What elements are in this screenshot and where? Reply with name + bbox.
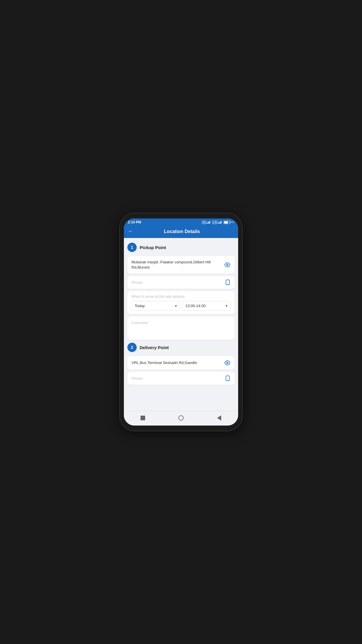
pickup-section-label: Pickup Point	[140, 245, 166, 250]
back-button[interactable]: ←	[128, 228, 133, 235]
pickup-arrival-card: When to arrive at this add address Today…	[127, 291, 235, 314]
battery-icon	[224, 221, 230, 224]
svg-point-5	[227, 380, 228, 380]
delivery-phone-icon	[225, 375, 231, 381]
delivery-section-label: Delivery Point	[140, 345, 169, 350]
signal-bars-1	[207, 221, 210, 224]
delivery-step-badge: 2	[127, 343, 137, 352]
lte-badge-1: 5G	[202, 221, 206, 224]
time-dropdown-wrapper[interactable]: 13:00-14:00 14:00-15:00 15:00-16:00 ▼	[182, 301, 231, 311]
pickup-address-row: Mubarak masjid ,Patakar compound,Glibert…	[131, 260, 231, 270]
svg-point-0	[226, 264, 228, 266]
delivery-phone-row: Phone	[131, 375, 231, 381]
page-title: Location Details	[137, 229, 226, 234]
pickup-phone-card[interactable]: Phone	[127, 276, 235, 289]
svg-point-3	[226, 362, 228, 364]
svg-point-2	[227, 284, 228, 284]
pickup-comment-card[interactable]: Comment	[127, 316, 235, 340]
back-nav-button[interactable]	[214, 414, 224, 422]
pickup-step-badge: 1	[127, 243, 137, 252]
delivery-address-card[interactable]: VRL,Bus Terminal Seshadri Rd,Gandhi	[127, 356, 235, 370]
home-button[interactable]	[176, 414, 186, 422]
date-dropdown-wrapper[interactable]: Today Tomorrow ▼	[131, 301, 180, 311]
arrival-label: When to arrive at this add address	[131, 295, 231, 299]
pickup-section-header: 1 Pickup Point	[127, 242, 235, 253]
pickup-phone-placeholder: Phone	[131, 280, 143, 285]
pickup-phone-icon	[225, 279, 231, 285]
signal-bars-2	[218, 221, 222, 224]
delivery-location-eye-icon[interactable]	[224, 360, 231, 366]
pickup-address-card[interactable]: Mubarak masjid ,Patakar compound,Glibert…	[127, 256, 235, 274]
delivery-address-row: VRL,Bus Terminal Seshadri Rd,Gandhi	[131, 360, 231, 366]
recent-apps-icon	[140, 416, 145, 420]
battery-fill	[224, 221, 228, 223]
delivery-phone-placeholder: Phone	[131, 376, 143, 381]
phone-shell: 2:14 PM 5G LTE	[120, 213, 242, 431]
signal-block-2: LTE	[212, 221, 222, 224]
content-area: 1 Pickup Point Mubarak masjid ,Patakar c…	[124, 238, 238, 411]
app-header: ← Location Details	[124, 225, 238, 238]
back-icon	[217, 415, 221, 421]
pickup-address-text: Mubarak masjid ,Patakar compound,Glibert…	[131, 260, 224, 270]
delivery-phone-card[interactable]: Phone	[127, 372, 235, 385]
delivery-section-header: 2 Delivery Point	[127, 342, 235, 353]
dropdowns-row: Today Tomorrow ▼ 13:00-14:00 14:00-15:00…	[131, 301, 231, 311]
svg-rect-4	[226, 376, 229, 381]
pickup-phone-row: Phone	[131, 279, 231, 285]
battery-percent: 72	[231, 221, 234, 224]
phone-screen: 2:14 PM 5G LTE	[124, 218, 238, 426]
lte-badge-2: LTE	[212, 221, 218, 224]
home-icon	[178, 415, 184, 421]
pickup-comment-placeholder: Comment	[131, 321, 148, 325]
signal-block-1: 5G	[202, 221, 210, 224]
status-bar: 2:14 PM 5G LTE	[124, 218, 238, 225]
bottom-nav	[124, 411, 238, 426]
status-time: 2:14 PM	[128, 220, 141, 224]
status-icons: 5G LTE	[202, 221, 234, 224]
date-select[interactable]: Today Tomorrow	[131, 301, 180, 311]
pickup-location-eye-icon[interactable]	[224, 262, 231, 268]
recent-apps-button[interactable]	[138, 414, 148, 422]
delivery-address-text: VRL,Bus Terminal Seshadri Rd,Gandhi	[131, 360, 224, 365]
time-select[interactable]: 13:00-14:00 14:00-15:00 15:00-16:00	[182, 301, 231, 311]
